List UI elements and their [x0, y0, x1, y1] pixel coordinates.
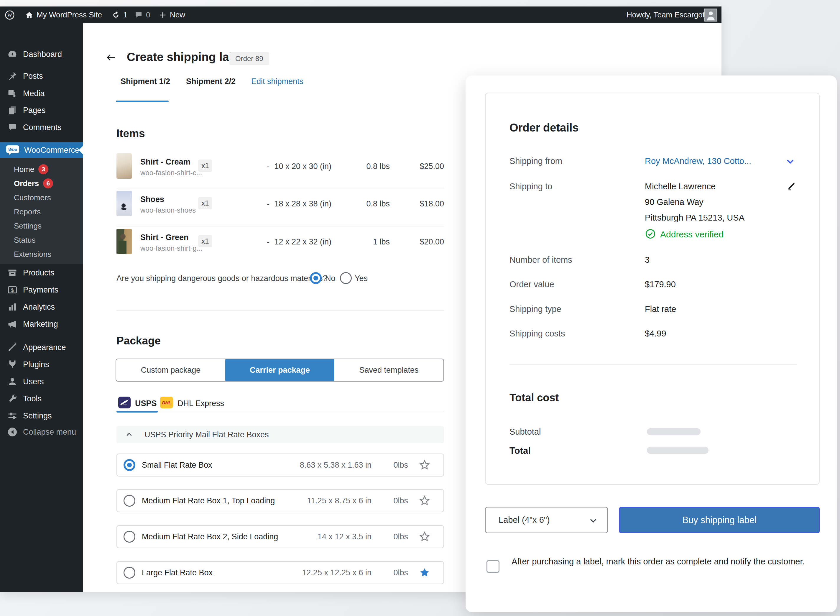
sidebar-item-wc-reports[interactable]: Reports: [0, 205, 83, 219]
box-option-large[interactable]: Large Flat Rate Box 12.25 x 12.25 x 6 in…: [116, 561, 444, 584]
total-cost-heading: Total cost: [510, 392, 559, 404]
sidebar-item-wc-customers[interactable]: Customers: [0, 191, 83, 205]
sidebar-item-products[interactable]: Products: [0, 264, 83, 281]
back-button[interactable]: [105, 51, 117, 63]
tab-shipment-1[interactable]: Shipment 1/2: [120, 77, 170, 86]
order-details-card: Order details Shipping from Roy McAndrew…: [485, 92, 819, 485]
sidebar-item-wc-status[interactable]: Status: [0, 233, 83, 247]
package-heading: Package: [116, 335, 161, 347]
site-link[interactable]: My WordPress Site: [25, 6, 102, 23]
sidebar-item-marketing[interactable]: Marketing: [0, 315, 83, 333]
quantity-badge: x1: [198, 235, 212, 247]
box-dims: 12.25 x 12.25 x 6 in: [302, 562, 371, 584]
collapse-icon: [7, 427, 18, 437]
sidebar-item-wc-home[interactable]: Home 3: [0, 162, 83, 176]
box-radio[interactable]: [123, 495, 135, 507]
star-icon[interactable]: [419, 531, 431, 543]
active-tab-underline: [116, 101, 169, 102]
box-name: Large Flat Rate Box: [142, 562, 213, 584]
segment-custom-package[interactable]: Custom package: [116, 359, 225, 381]
sidebar-item-users[interactable]: Users: [0, 373, 83, 390]
mark-complete-label[interactable]: After purchasing a label, mark this orde…: [512, 556, 815, 568]
sidebar-item-payments[interactable]: $ Payments: [0, 281, 83, 298]
tab-shipment-2[interactable]: Shipment 2/2: [186, 77, 236, 86]
sidebar-item-pages[interactable]: Pages: [0, 102, 83, 119]
hazmat-yes-label[interactable]: Yes: [355, 274, 368, 283]
order-details-panel: Order details Shipping from Roy McAndrew…: [466, 75, 837, 612]
sidebar-item-dashboard[interactable]: Dashboard: [0, 46, 83, 63]
sidebar-item-settings[interactable]: Settings: [0, 407, 83, 424]
active-menu-arrow: [79, 146, 83, 154]
shipping-from-link[interactable]: Roy McAndrew, 130 Cotto...: [645, 156, 751, 166]
sliders-icon: [7, 411, 18, 421]
box-option-medium-1[interactable]: Medium Flat Rate Box 1, Top Loading 11.2…: [116, 489, 444, 512]
sidebar-item-appearance[interactable]: Appearance: [0, 339, 83, 356]
sidebar-item-woocommerce[interactable]: Woo WooCommerce: [0, 142, 83, 158]
sidebar-item-media[interactable]: Media: [0, 85, 83, 102]
row-value: Flat rate: [645, 304, 676, 314]
chevron-down-icon[interactable]: [784, 156, 796, 167]
weight-cell: 0.8 lbs: [348, 162, 390, 171]
sidebar-item-wc-extensions[interactable]: Extensions: [0, 247, 83, 261]
segment-saved-templates[interactable]: Saved templates: [334, 359, 443, 381]
box-radio[interactable]: [123, 567, 135, 579]
sidebar-item-comments[interactable]: Comments: [0, 119, 83, 136]
plugins-icon: [7, 359, 18, 370]
row-value: $4.99: [645, 329, 666, 339]
row-value: $179.90: [645, 280, 676, 289]
chevron-up-icon[interactable]: [125, 431, 133, 439]
wordpress-logo-icon[interactable]: W: [5, 6, 15, 23]
sidebar-item-plugins[interactable]: Plugins: [0, 356, 83, 373]
box-name: Medium Flat Rate Box 1, Top Loading: [142, 490, 275, 512]
update-count: 1: [123, 10, 128, 19]
woocommerce-icon: Woo: [6, 144, 19, 156]
payments-icon: $: [7, 285, 18, 295]
sidebar-item-posts[interactable]: Posts: [0, 67, 83, 85]
row-value: 3: [645, 255, 649, 265]
star-icon[interactable]: [419, 495, 431, 507]
sidebar-item-tools[interactable]: Tools: [0, 390, 83, 407]
page-title: Create shipping label: [127, 50, 246, 64]
analytics-icon: [7, 302, 18, 312]
new-label: New: [170, 10, 185, 19]
box-dims: 11.25 x 8.75 x 6 in: [307, 490, 371, 512]
avatar[interactable]: [704, 9, 717, 22]
product-name: Shirt - Green: [140, 233, 189, 242]
comments-link[interactable]: 0: [134, 6, 150, 23]
panel-divider: [510, 364, 797, 365]
segment-carrier-package[interactable]: Carrier package: [225, 359, 334, 381]
label-size-select[interactable]: Label (4"x 6"): [485, 507, 608, 533]
box-weight: 0lbs: [393, 562, 408, 584]
star-icon-filled[interactable]: [419, 567, 431, 579]
hazmat-no-label[interactable]: No: [325, 274, 336, 283]
flat-rate-group-header[interactable]: USPS Priority Mail Flat Rate Boxes: [116, 426, 444, 443]
box-option-medium-2[interactable]: Medium Flat Rate Box 2, Side Loading 14 …: [116, 525, 444, 548]
product-slug: woo-fasion-shoes: [140, 206, 196, 214]
new-content-link[interactable]: New: [158, 6, 185, 23]
tab-dhl-express[interactable]: DHL Express: [177, 399, 224, 408]
product-name: Shoes: [140, 195, 164, 204]
edit-shipments-link[interactable]: Edit shipments: [251, 77, 303, 86]
back-arrow-icon: [105, 51, 117, 63]
box-radio[interactable]: [123, 459, 135, 471]
hazmat-radio-no[interactable]: [310, 272, 322, 284]
sidebar-item-analytics[interactable]: Analytics: [0, 298, 83, 315]
page: W My WordPress Site 1 0 New Howdy, Team …: [0, 0, 840, 616]
price-cell: $18.00: [401, 199, 444, 208]
sidebar-item-wc-orders[interactable]: Orders 6: [0, 176, 83, 191]
tab-usps[interactable]: USPS: [135, 399, 157, 408]
hazmat-radio-yes[interactable]: [340, 272, 352, 284]
updates-link[interactable]: 1: [111, 6, 128, 23]
sidebar-item-wc-settings[interactable]: Settings: [0, 219, 83, 233]
comment-count: 0: [146, 10, 150, 19]
buy-shipping-label-button[interactable]: Buy shipping label: [619, 507, 819, 533]
star-icon[interactable]: [419, 459, 431, 471]
box-option-small-flat-rate[interactable]: Small Flat Rate Box 8.63 x 5.38 x 1.63 i…: [116, 453, 444, 477]
howdy-account-link[interactable]: Howdy, Team Escargot: [626, 6, 705, 23]
package-type-segmented-control: Custom package Carrier package Saved tem…: [116, 359, 444, 381]
collapse-menu-button[interactable]: Collapse menu: [0, 424, 83, 440]
site-name: My WordPress Site: [37, 10, 102, 19]
edit-pencil-icon[interactable]: [786, 179, 797, 191]
mark-complete-checkbox[interactable]: [487, 560, 500, 573]
box-radio[interactable]: [123, 531, 135, 543]
